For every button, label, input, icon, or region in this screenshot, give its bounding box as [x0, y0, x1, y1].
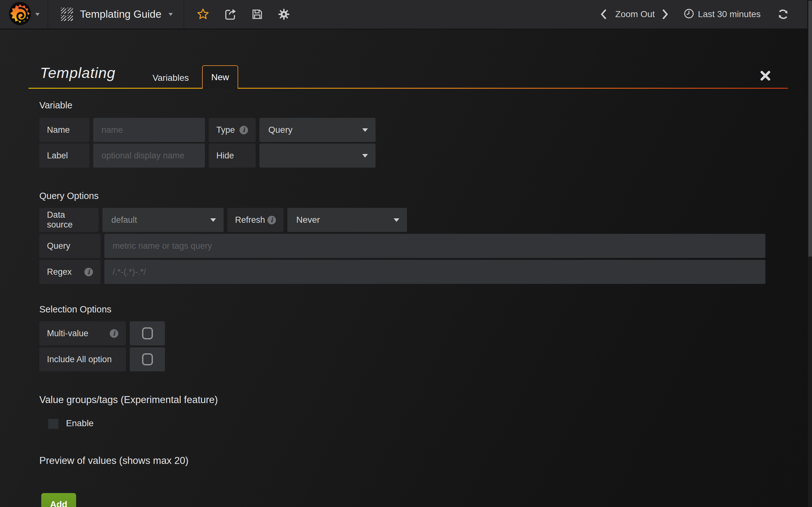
query-field-wrap: [104, 234, 765, 258]
regex-field-wrap: [104, 260, 765, 284]
multi-value-row: Multi-value i: [39, 321, 165, 345]
info-icon[interactable]: i: [240, 126, 248, 134]
grafana-templating-page: Templating Guide: [0, 0, 812, 507]
zoom-out-button[interactable]: Zoom Out: [615, 9, 655, 19]
chevron-down-icon: [362, 128, 368, 132]
add-button[interactable]: Add: [41, 493, 76, 507]
name-label: Name: [39, 118, 90, 142]
regex-label: Regex i: [39, 260, 101, 284]
checkbox-icon: [142, 327, 153, 339]
navbar-actions: [184, 8, 290, 21]
query-label: Query: [39, 234, 101, 258]
value-groups-heading: Value groups/tags (Experimental feature): [39, 394, 218, 406]
variable-name-row: Name Type i Query: [39, 118, 375, 142]
info-icon[interactable]: i: [267, 216, 276, 224]
multi-value-label: Multi-value i: [39, 321, 126, 345]
chevron-down-icon: [168, 13, 173, 16]
query-options-heading: Query Options: [39, 191, 99, 201]
time-range-label: Last 30 minutes: [698, 9, 761, 19]
scrollbar-thumb[interactable]: [808, 1, 812, 257]
include-all-checkbox[interactable]: [130, 347, 165, 372]
preview-heading: Preview of values (shows max 20): [39, 455, 189, 466]
dashboard-title-dropdown[interactable]: Templating Guide: [48, 0, 184, 29]
grafana-logo-icon: [8, 1, 32, 27]
grafana-menu-button[interactable]: [0, 0, 48, 29]
refresh-icon[interactable]: [777, 8, 789, 20]
selection-options-heading: Selection Options: [39, 304, 111, 315]
tab-variables[interactable]: Variables: [148, 73, 193, 83]
info-icon[interactable]: i: [84, 268, 93, 276]
type-label: Type i: [209, 118, 256, 142]
hide-label: Hide: [209, 144, 256, 168]
time-range-picker[interactable]: Last 30 minutes: [683, 8, 761, 20]
include-all-label: Include All option: [39, 347, 126, 372]
hide-select[interactable]: [259, 144, 375, 168]
page-title: Templating: [40, 64, 115, 81]
navbar-time-controls: Zoom Out Last 30 minutes: [600, 8, 812, 20]
share-icon[interactable]: [223, 8, 237, 21]
refresh-label: Refresh i: [227, 208, 284, 232]
refresh-select[interactable]: Never: [287, 208, 407, 232]
chevron-down-icon: [35, 13, 40, 16]
tab-underline: [29, 88, 788, 89]
variable-label-row: Label Hide: [39, 144, 375, 168]
label-label: Label: [39, 144, 90, 168]
type-select[interactable]: Query: [259, 118, 375, 142]
chevron-down-icon: [394, 218, 399, 222]
save-icon[interactable]: [251, 8, 264, 20]
star-icon[interactable]: [196, 8, 210, 21]
datasource-label: Data source: [39, 208, 99, 232]
dashboard-grid-icon: [61, 8, 73, 21]
label-input[interactable]: [93, 144, 205, 168]
clock-icon: [683, 8, 695, 20]
dashboard-title: Templating Guide: [80, 8, 161, 20]
datasource-select[interactable]: default: [102, 208, 223, 232]
variable-heading: Variable: [39, 100, 72, 111]
top-navbar: Templating Guide: [0, 0, 812, 30]
name-field-wrap: [93, 118, 205, 142]
enable-label: Enable: [66, 418, 94, 429]
info-icon[interactable]: i: [110, 329, 118, 338]
enable-row: Enable: [48, 418, 94, 429]
time-forward-button[interactable]: [662, 9, 669, 19]
datasource-row: Data source default Refresh i Never: [39, 208, 407, 232]
label-field-wrap: [93, 144, 205, 168]
multi-value-checkbox[interactable]: [130, 321, 165, 345]
checkbox-icon: [142, 353, 153, 365]
query-input[interactable]: [104, 234, 765, 258]
name-input[interactable]: [93, 118, 205, 142]
vertical-scrollbar[interactable]: [807, 0, 812, 507]
chevron-down-icon: [362, 154, 368, 158]
chevron-down-icon: [210, 218, 216, 222]
gear-icon[interactable]: [277, 8, 290, 20]
query-row: Query: [39, 234, 765, 258]
time-back-button[interactable]: [600, 9, 606, 19]
regex-input[interactable]: [104, 260, 765, 284]
tab-new[interactable]: New: [202, 65, 238, 89]
regex-row: Regex i: [39, 260, 765, 284]
close-icon[interactable]: [759, 69, 772, 82]
include-all-row: Include All option: [39, 347, 165, 372]
enable-checkbox[interactable]: [48, 418, 59, 429]
